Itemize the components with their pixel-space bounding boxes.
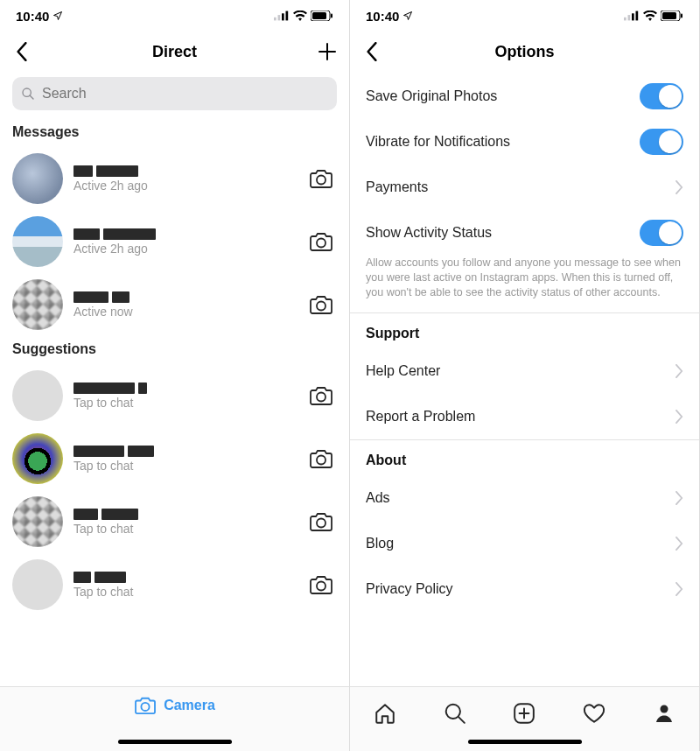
- option-label: Report a Problem: [366, 409, 475, 425]
- chevron-right-icon: [676, 537, 683, 551]
- heart-icon: [583, 702, 606, 725]
- svg-rect-6: [331, 14, 332, 18]
- back-button[interactable]: [350, 32, 394, 72]
- chevron-left-icon: [366, 42, 378, 61]
- option-report-problem[interactable]: Report a Problem: [350, 394, 699, 439]
- svg-rect-5: [312, 12, 326, 19]
- tab-activity[interactable]: [573, 696, 615, 731]
- option-save-photos[interactable]: Save Original Photos: [350, 74, 699, 119]
- message-row[interactable]: Active 2h ago: [0, 147, 349, 210]
- option-help-center[interactable]: Help Center: [350, 348, 699, 394]
- tab-profile[interactable]: [643, 696, 685, 731]
- search-container: [0, 72, 349, 119]
- option-ads[interactable]: Ads: [350, 475, 699, 521]
- option-blog[interactable]: Blog: [350, 521, 699, 566]
- option-vibrate[interactable]: Vibrate for Notifications: [350, 119, 699, 165]
- camera-button[interactable]: [305, 569, 337, 600]
- tab-search[interactable]: [434, 696, 476, 731]
- camera-icon: [309, 231, 333, 252]
- person-icon: [654, 703, 675, 724]
- suggestions-header: Suggestions: [0, 336, 349, 364]
- tab-new-post[interactable]: [503, 696, 545, 731]
- compose-button[interactable]: [305, 32, 349, 72]
- username-redacted: [74, 572, 295, 583]
- search-icon: [21, 87, 35, 101]
- option-label: Privacy Policy: [366, 581, 453, 597]
- avatar[interactable]: [12, 153, 63, 204]
- svg-point-11: [317, 393, 326, 402]
- svg-rect-18: [632, 13, 634, 20]
- status-time: 10:40: [16, 9, 49, 24]
- home-indicator[interactable]: [468, 740, 582, 744]
- toggle-vibrate[interactable]: [640, 129, 683, 155]
- page-title: Direct: [152, 43, 197, 61]
- camera-icon: [309, 294, 333, 315]
- avatar[interactable]: [12, 559, 63, 610]
- username-redacted: [74, 291, 295, 303]
- camera-button[interactable]: [305, 226, 337, 257]
- toggle-activity-status[interactable]: [640, 220, 683, 246]
- avatar[interactable]: [12, 433, 63, 484]
- toggle-save-photos[interactable]: [640, 83, 683, 109]
- option-payments[interactable]: Payments: [350, 165, 699, 210]
- tab-home[interactable]: [364, 696, 406, 731]
- row-body: Tap to chat: [74, 446, 295, 473]
- option-label: Save Original Photos: [366, 88, 497, 104]
- message-row[interactable]: Active 2h ago: [0, 210, 349, 273]
- chevron-right-icon: [676, 491, 683, 505]
- activity-status: Active 2h ago: [74, 179, 295, 193]
- open-camera-button[interactable]: Camera: [134, 696, 215, 715]
- wifi-icon: [643, 11, 657, 21]
- suggestion-sub: Tap to chat: [74, 396, 295, 410]
- camera-button[interactable]: [305, 380, 337, 411]
- suggestion-row[interactable]: Tap to chat: [0, 364, 349, 427]
- suggestion-row[interactable]: Tap to chat: [0, 553, 349, 616]
- username-redacted: [74, 509, 295, 520]
- row-body: Tap to chat: [74, 509, 295, 536]
- camera-icon: [134, 696, 157, 715]
- option-label: Ads: [366, 490, 390, 506]
- camera-label: Camera: [164, 698, 215, 713]
- chevron-right-icon: [676, 410, 683, 424]
- direct-screen: 10:40 Direct Messages Active 2h ago: [0, 0, 350, 751]
- svg-rect-19: [636, 11, 639, 21]
- camera-icon: [309, 448, 333, 469]
- camera-button[interactable]: [305, 443, 337, 474]
- camera-button[interactable]: [305, 506, 337, 537]
- suggestion-row[interactable]: Tap to chat: [0, 427, 349, 490]
- search-input[interactable]: [42, 86, 328, 102]
- option-privacy-policy[interactable]: Privacy Policy: [350, 566, 699, 612]
- avatar[interactable]: [12, 216, 63, 267]
- status-bar: 10:40: [0, 0, 349, 32]
- group-support-header: Support: [350, 313, 699, 348]
- option-activity-status[interactable]: Show Activity Status: [350, 210, 699, 256]
- camera-button[interactable]: [305, 163, 337, 194]
- activity-status: Active 2h ago: [74, 242, 295, 256]
- row-body: Active 2h ago: [74, 228, 295, 256]
- chevron-right-icon: [676, 180, 683, 194]
- svg-rect-2: [282, 13, 284, 20]
- bottom-bar: Camera: [0, 686, 349, 751]
- username-redacted: [74, 446, 295, 457]
- avatar[interactable]: [12, 279, 63, 330]
- option-label: Blog: [366, 536, 394, 551]
- svg-point-9: [317, 239, 326, 248]
- nav-bar: Options: [350, 32, 699, 72]
- username-redacted: [74, 228, 295, 240]
- svg-rect-16: [624, 18, 626, 21]
- avatar[interactable]: [12, 370, 63, 421]
- username-redacted: [74, 165, 295, 177]
- suggestion-sub: Tap to chat: [74, 585, 295, 599]
- home-indicator[interactable]: [118, 740, 232, 744]
- chevron-right-icon: [676, 364, 683, 378]
- message-row[interactable]: Active now: [0, 273, 349, 336]
- search-field[interactable]: [12, 77, 337, 110]
- camera-button[interactable]: [305, 289, 337, 320]
- camera-icon: [309, 385, 333, 406]
- avatar[interactable]: [12, 496, 63, 547]
- suggestion-row[interactable]: Tap to chat: [0, 490, 349, 553]
- back-button[interactable]: [0, 32, 44, 72]
- row-body: Tap to chat: [74, 383, 295, 410]
- chevron-left-icon: [16, 42, 28, 61]
- options-list: Save Original Photos Vibrate for Notific…: [350, 72, 699, 686]
